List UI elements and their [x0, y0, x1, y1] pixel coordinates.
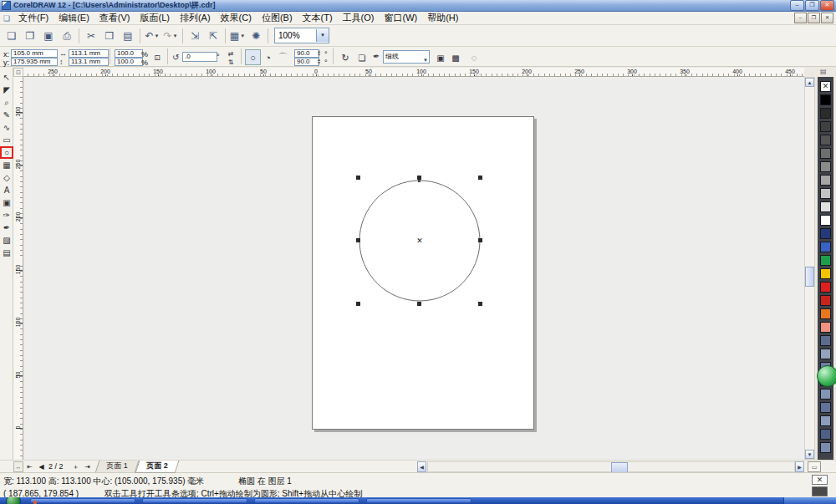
text-tool[interactable]: A	[0, 184, 13, 196]
floating-green-ball-icon[interactable]	[817, 365, 836, 387]
object-width-field[interactable]: 113.1 mm	[69, 49, 109, 58]
interactive-fill-tool[interactable]: ▤	[0, 247, 13, 259]
arc-end-spinner[interactable]: ▲▼	[317, 58, 323, 64]
first-page-button[interactable]: ⇤	[24, 461, 35, 472]
palette-menu-icon[interactable]: ▤	[820, 68, 827, 75]
vertical-scrollbar-thumb[interactable]	[805, 267, 814, 287]
app-launcher-button[interactable]: ▦▼	[228, 27, 247, 45]
color-swatch[interactable]	[820, 282, 831, 293]
ruler-origin-button[interactable]: ⊡	[13, 68, 23, 77]
menu-arrange[interactable]: 排列(A)	[175, 12, 216, 24]
add-page-button[interactable]: ＋	[70, 461, 81, 472]
color-swatch[interactable]	[820, 175, 831, 186]
shape-tool[interactable]: ◤	[0, 84, 13, 96]
document-navigator-button[interactable]: ▭	[808, 461, 821, 472]
color-swatch[interactable]	[820, 188, 831, 199]
print-button[interactable]: ⎙	[58, 27, 76, 45]
new-button[interactable]: ❏	[3, 27, 21, 45]
menu-help[interactable]: 帮助(H)	[422, 12, 463, 24]
color-swatch[interactable]	[820, 215, 831, 226]
freehand-tool[interactable]: ✎	[0, 109, 13, 121]
arc-mode-button[interactable]: ⌒	[275, 49, 291, 65]
zoom-level-combo[interactable]: 100% ▼	[274, 28, 329, 43]
basic-shapes-tool[interactable]: ◇	[0, 171, 13, 184]
menu-effects[interactable]: 效果(C)	[216, 12, 257, 24]
selection-handle[interactable]	[417, 302, 421, 306]
color-swatch[interactable]	[820, 295, 831, 306]
arc-direction-button[interactable]: ↻	[338, 50, 353, 65]
smart-drawing-tool[interactable]: ∿	[0, 121, 13, 134]
doc-minimize-button[interactable]: –	[794, 13, 807, 23]
color-swatch[interactable]	[820, 228, 831, 239]
import-button[interactable]: ⇲	[186, 27, 204, 45]
rectangle-tool[interactable]: ▭	[0, 134, 13, 146]
horizontal-scrollbar[interactable]	[427, 461, 795, 472]
rotation-angle-field[interactable]: .0	[182, 52, 217, 62]
color-swatch[interactable]	[820, 94, 831, 105]
color-swatch[interactable]	[820, 442, 831, 453]
menu-bitmaps[interactable]: 位图(B)	[257, 12, 298, 24]
cut-button[interactable]: ✂	[82, 27, 100, 45]
page-tab-2[interactable]: 页面 2	[135, 461, 179, 473]
color-swatch[interactable]	[820, 402, 831, 413]
undo-button[interactable]: ↶▼	[143, 27, 161, 45]
zoom-tool[interactable]: ⌕	[0, 96, 13, 109]
previous-page-button[interactable]: ◀	[36, 461, 47, 472]
color-swatch[interactable]	[820, 255, 831, 266]
scale-h-field[interactable]: 100.0	[115, 49, 143, 58]
fill-tool[interactable]: ▨	[0, 234, 13, 247]
interactive-blend-tool[interactable]: ▣	[0, 196, 13, 209]
wrap-paragraph-text-button[interactable]: ▣	[433, 50, 448, 65]
ellipse-mode-button[interactable]: ○	[245, 49, 261, 65]
color-swatch[interactable]	[820, 242, 831, 252]
last-page-button[interactable]: ⇥	[82, 461, 93, 472]
menu-window[interactable]: 窗口(W)	[379, 12, 422, 24]
color-swatch[interactable]	[820, 268, 831, 279]
scroll-left-icon[interactable]: ◀	[417, 461, 426, 472]
graph-paper-tool[interactable]: ▦	[0, 159, 13, 171]
page-tab-1[interactable]: 页面 1	[95, 461, 139, 473]
color-swatch[interactable]	[820, 415, 831, 426]
chevron-down-icon[interactable]: ▼	[173, 33, 178, 38]
horizontal-ruler[interactable]: 2502001501005005010015020025030035040045…	[23, 68, 804, 77]
fill-none-indicator[interactable]: ✕	[812, 475, 828, 485]
color-swatch[interactable]	[820, 108, 831, 119]
menu-edit[interactable]: 编辑(E)	[54, 12, 94, 24]
object-height-field[interactable]: 113.1 mm	[69, 58, 109, 66]
taskbar-button[interactable]	[142, 498, 247, 503]
mirror-vertical-button[interactable]: ⇅	[224, 57, 237, 67]
selection-handle[interactable]	[478, 302, 482, 306]
selection-handle[interactable]	[356, 176, 360, 180]
ellipse-top-node[interactable]	[418, 180, 421, 182]
taskbar-button[interactable]	[366, 498, 472, 503]
order-to-front-button[interactable]: ❏	[354, 50, 370, 65]
color-swatch[interactable]	[820, 335, 831, 346]
nonproportional-scaling-lock-button[interactable]: ⊡	[150, 51, 164, 64]
vertical-scrollbar[interactable]: ▲ ▼	[804, 77, 815, 460]
selection-handle[interactable]	[417, 176, 421, 180]
export-button[interactable]: ⇱	[204, 27, 222, 45]
ellipse-tool[interactable]: ○	[0, 146, 13, 159]
arc-start-angle-field[interactable]: 90.0	[294, 49, 319, 58]
menu-file[interactable]: 文件(F)	[13, 12, 54, 24]
taskbar-button[interactable]	[254, 498, 359, 503]
menu-layout[interactable]: 版面(L)	[135, 12, 174, 24]
no-color-swatch[interactable]: ✕	[820, 81, 831, 92]
outline-pen-tool[interactable]: ✒	[0, 221, 13, 234]
chevron-down-icon[interactable]: ▼	[316, 29, 329, 42]
pick-tool[interactable]: ↖	[0, 71, 13, 84]
arc-start-spinner[interactable]: ▲▼	[317, 49, 323, 56]
doc-restore-button[interactable]: ❐	[808, 13, 820, 23]
taskbar-button[interactable]	[30, 498, 135, 503]
minimize-button[interactable]: –	[790, 0, 804, 11]
close-button[interactable]: ✕	[820, 0, 834, 11]
selection-handle[interactable]	[356, 238, 360, 242]
scroll-right-icon[interactable]: ▶	[795, 461, 804, 472]
redo-button[interactable]: ↷▼	[161, 27, 180, 45]
color-swatch[interactable]	[820, 148, 831, 159]
color-swatch[interactable]	[820, 322, 831, 333]
scroll-up-icon[interactable]: ▲	[805, 78, 814, 87]
selection-handle[interactable]	[356, 302, 360, 306]
convert-to-curves-button[interactable]: ◌	[466, 50, 482, 65]
color-swatch[interactable]	[820, 349, 831, 359]
